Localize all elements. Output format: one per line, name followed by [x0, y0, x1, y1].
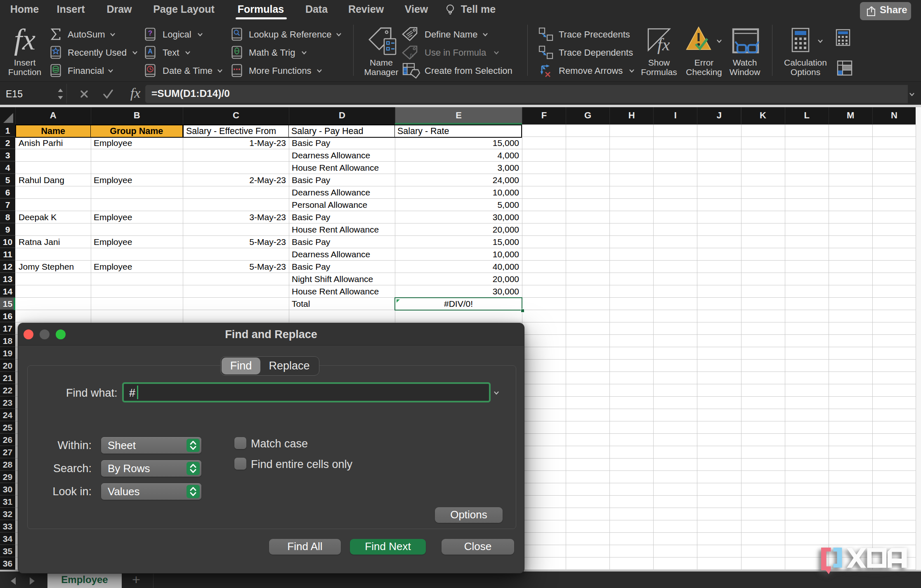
svg-text:?: ?	[148, 29, 152, 37]
svg-text:A: A	[148, 48, 153, 55]
svg-text:fx: fx	[657, 35, 670, 54]
svg-text:fx: fx	[410, 52, 414, 58]
